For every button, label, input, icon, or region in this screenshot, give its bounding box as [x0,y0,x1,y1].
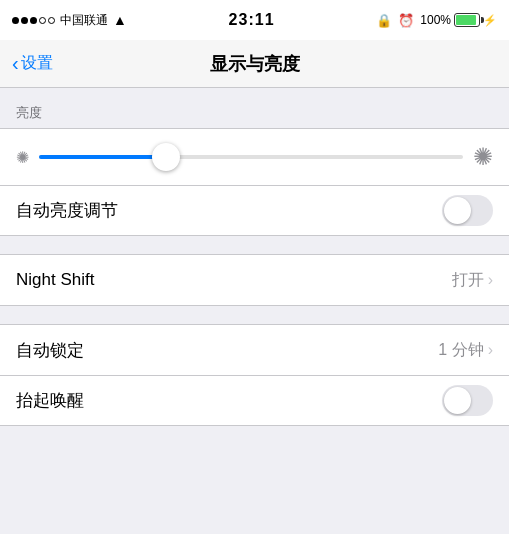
auto-brightness-row: 自动亮度调节 [0,185,509,235]
lock-icon: 🔒 [376,13,392,28]
battery-percent-label: 100% [420,13,451,27]
signal-dot-1 [12,17,19,24]
brightness-slider-row: ✺ ✺ [0,129,509,185]
raise-to-wake-label: 抬起唤醒 [16,389,84,412]
status-time: 23:11 [229,11,275,29]
night-shift-row[interactable]: Night Shift 打开 › [0,255,509,305]
status-bar: 中国联通 ▲ 23:11 🔒 ⏰ 100% ⚡ [0,0,509,40]
auto-lock-label: 自动锁定 [16,339,84,362]
sun-large-icon: ✺ [473,143,493,171]
auto-lock-value: 1 分钟 [438,340,483,361]
nav-title: 显示与亮度 [210,52,300,76]
brightness-section-label: 亮度 [0,88,509,128]
raise-to-wake-toggle-thumb [444,387,471,414]
brightness-group: ✺ ✺ 自动亮度调节 [0,128,509,236]
wifi-icon: ▲ [113,12,127,28]
auto-brightness-toggle[interactable] [442,195,493,226]
back-label: 设置 [21,53,53,74]
battery-fill [456,15,476,25]
signal-dot-5 [48,17,55,24]
signal-dot-3 [30,17,37,24]
separator-2 [0,306,509,324]
night-shift-label: Night Shift [16,270,94,290]
nav-back-button[interactable]: ‹ 设置 [12,53,53,74]
night-shift-chevron-icon: › [488,271,493,289]
brightness-slider-thumb[interactable] [152,143,180,171]
raise-to-wake-row: 抬起唤醒 [0,375,509,425]
battery-icon [454,13,480,27]
brightness-slider-track[interactable] [39,155,463,159]
nav-bar: ‹ 设置 显示与亮度 [0,40,509,88]
settings-content: 亮度 ✺ ✺ 自动亮度调节 Night Shift 打开 › [0,88,509,426]
separator-1 [0,236,509,254]
status-left: 中国联通 ▲ [12,12,127,29]
auto-lock-row[interactable]: 自动锁定 1 分钟 › [0,325,509,375]
auto-lock-chevron-icon: › [488,341,493,359]
auto-brightness-label: 自动亮度调节 [16,199,118,222]
night-shift-value: 打开 [452,270,484,291]
night-shift-group: Night Shift 打开 › [0,254,509,306]
signal-dot-4 [39,17,46,24]
night-shift-right: 打开 › [452,270,493,291]
status-right: 🔒 ⏰ 100% ⚡ [376,13,497,28]
signal-dot-2 [21,17,28,24]
lock-wake-group: 自动锁定 1 分钟 › 抬起唤醒 [0,324,509,426]
brightness-slider-fill [39,155,166,159]
sun-small-icon: ✺ [16,148,29,167]
raise-to-wake-toggle[interactable] [442,385,493,416]
bolt-icon: ⚡ [483,14,497,27]
auto-lock-right: 1 分钟 › [438,340,493,361]
carrier-label: 中国联通 [60,12,108,29]
battery-container: 100% ⚡ [420,13,497,27]
alarm-icon: ⏰ [398,13,414,28]
auto-brightness-toggle-thumb [444,197,471,224]
signal-dots [12,17,55,24]
back-chevron-icon: ‹ [12,53,19,73]
